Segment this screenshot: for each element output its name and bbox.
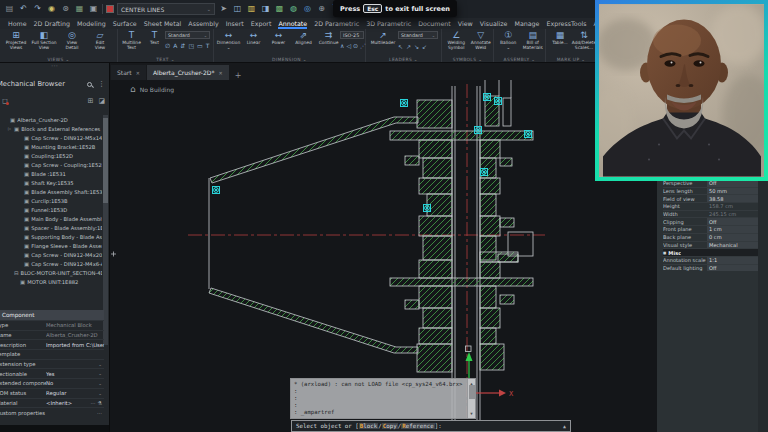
command-option[interactable]: / Copy (378, 423, 397, 429)
ribbon-tab[interactable]: Surface (113, 18, 137, 29)
toolbar-icon[interactable]: ↶ (18, 5, 29, 13)
ribbon-small-icon[interactable]: ↙ (422, 43, 427, 50)
property-row[interactable]: Name Alberta_Crusher-2D ⋯ ⚗ ⌄ (0, 330, 104, 340)
expand-all-icon[interactable]: ⊞ (88, 97, 94, 105)
toolbar-icon[interactable]: ▩ (274, 5, 285, 13)
new-tab-button[interactable]: + (230, 71, 247, 80)
ribbon-tab[interactable]: View (458, 18, 473, 29)
ribbon-item[interactable]: T Multiline Text (120, 30, 143, 50)
ribbon-item[interactable]: ⇉ Continue (316, 30, 341, 45)
ribbon-tab[interactable]: Assembly (188, 18, 218, 29)
toolbar-icon[interactable]: ➤ (218, 5, 229, 13)
toolbar-icon[interactable]: ⊕ (316, 5, 327, 13)
ribbon-item[interactable]: ▤ Bill of Materials (521, 30, 546, 50)
scroll-down-icon[interactable]: ▼ (468, 410, 475, 417)
toolbar-icon[interactable]: ◨ (260, 5, 271, 13)
ellipsis-button[interactable]: ⋯ (97, 410, 102, 416)
property-row[interactable]: Visual style Mechanical (663, 241, 758, 249)
tree-item[interactable]: ▣ Funnel:1E53D (2, 205, 102, 214)
tree-item[interactable]: ⊟ BLOC-MOTOR-UNIT_SECTION-4D:1 (2, 268, 102, 277)
ribbon-group-label[interactable]: DIMENSION ⌄ (214, 57, 365, 62)
search-icon[interactable] (87, 82, 92, 87)
property-row[interactable]: Lens length 50 mm (663, 187, 758, 195)
tree-item[interactable]: ▣ Cap Screw - DIN912-M4x20-A4:1E54B (2, 250, 102, 259)
toolbar-icon[interactable]: ◫ (232, 5, 243, 13)
ribbon-small-icon[interactable]: ⇵ (180, 42, 185, 49)
panel-drag-handle[interactable]: ⋯ (0, 63, 109, 69)
tree-item[interactable]: ▣ Cap Screw - DIN912-M5x14-A4:1E527 (2, 133, 102, 142)
toolbar-icon[interactable]: ▥ (246, 5, 257, 13)
tree-item[interactable]: ▣ Mounting Bracket:1E52B (2, 142, 102, 151)
property-row[interactable]: Misc (663, 248, 758, 256)
ribbon-item[interactable]: ∠ Welding Symbol (444, 30, 469, 50)
tree-item[interactable]: ▣ Supporting Body - Blade Assembly:1E545 (2, 232, 102, 241)
ribbon-tab[interactable]: Document (418, 18, 451, 29)
ribbon-item[interactable]: ↔ Dimension ⌄ (216, 30, 241, 50)
ribbon-small-icon[interactable]: ⊙ (353, 42, 358, 49)
ribbon-item[interactable]: ⇗ Aligned (291, 30, 316, 45)
property-row[interactable]: Sectionable Yes ⋯ ⚗ ⌄ (0, 368, 104, 378)
ribbon-item[interactable]: ▱ Edit View (86, 30, 114, 50)
command-option[interactable]: / Reference (398, 423, 435, 429)
toolbar-icon[interactable]: ↷ (32, 5, 43, 13)
ribbon-small-icon[interactable]: A (173, 42, 177, 49)
expander-icon[interactable]: ▷ (8, 126, 12, 131)
ribbon-item[interactable]: ↔ Power (266, 30, 291, 45)
dimension-style-select[interactable]: ISO-25 (340, 31, 364, 39)
tree-item[interactable]: ▣ Main Body - Blade Assembly:1E53F (2, 214, 102, 223)
toolbar-icon[interactable]: ▤ (4, 5, 15, 13)
leader-style-select[interactable]: Standard ⌄ (398, 31, 438, 39)
toolbar-icon[interactable]: ◎ (302, 5, 313, 13)
ribbon-tab[interactable]: Annotate (278, 18, 307, 29)
command-option[interactable]: Block (359, 423, 378, 429)
kebab-menu-icon[interactable]: ⋮ (98, 80, 105, 88)
ribbon-tab[interactable]: Modeling (77, 18, 106, 29)
ribbon-small-icon[interactable]: ◳ (188, 42, 194, 49)
close-icon[interactable]: ✕ (136, 70, 140, 76)
tree-item[interactable]: ▷ ▣ Block and External References (2, 124, 102, 133)
filter-icon[interactable]: ◻ (2, 97, 9, 105)
ribbon-group-label[interactable]: LEADERS ⌄ (366, 57, 441, 62)
chevron-down-icon[interactable]: ⌄ (98, 391, 102, 396)
ribbon-tab[interactable]: Home (8, 18, 27, 29)
ribbon-group-label[interactable]: TEXT ⌄ (118, 57, 213, 62)
toolbar-icon[interactable]: ◉ (46, 5, 57, 13)
command-scrollbar[interactable]: ▲ ▼ (467, 379, 475, 418)
ribbon-item[interactable]: ⇅ Add/Delete Scales... (572, 30, 596, 50)
property-row[interactable]: Annotation scale 1:1 (663, 256, 758, 264)
ellipsis-button[interactable]: ⋯ (91, 400, 96, 406)
property-row[interactable]: Type Mechanical Block ⋯ ⚗ ⌄ (0, 320, 104, 330)
ribbon-tab[interactable]: Export (251, 18, 272, 29)
close-icon[interactable]: ✕ (218, 70, 222, 76)
scroll-thumb[interactable] (103, 118, 108, 203)
tab-drawing[interactable]: Alberta_Crusher-2D* ✕ (147, 65, 229, 80)
ribbon-tab[interactable]: 3D Parametric (366, 18, 411, 29)
property-row[interactable]: Back plane 0 cm (663, 233, 758, 241)
property-row[interactable]: Custom properties ⋯ ⚗ ⌄ (0, 407, 104, 417)
tree-item[interactable]: ▣ Blade Assembly Shaft:1E537 (2, 187, 102, 196)
ribbon-item[interactable]: T Text (143, 30, 166, 45)
ribbon-tab[interactable]: 2D Parametric (314, 18, 359, 29)
chevron-down-icon[interactable]: ⌄ (98, 381, 102, 386)
ribbon-item[interactable]: ◧ Full Section View (30, 30, 58, 50)
toolbar-icon[interactable]: ⊛ (60, 5, 71, 13)
command-input-bar[interactable]: Select object or [ Block / Copy / Refere… (291, 420, 571, 432)
ribbon-small-icon[interactable]: ↗ (406, 43, 411, 50)
ribbon-tab[interactable]: Visualize (480, 18, 508, 29)
tree-item[interactable]: ▣ Spacer - Blade Assembly:1E541 (2, 223, 102, 232)
tree-item[interactable]: ▣ Cap Screw - DIN912-M4x6-A4:1E551 (2, 259, 102, 268)
ribbon-small-icon[interactable]: ▭ (197, 42, 203, 49)
tab-start[interactable]: Start ✕ (111, 65, 146, 80)
display-mode-icon[interactable]: ◪ (98, 97, 105, 105)
tree-item[interactable]: ▣ Shaft Key:1E535 (2, 178, 102, 187)
property-row[interactable]: BOM status Regular ⋯ ⚗ ⌄ (0, 388, 104, 398)
ribbon-tab[interactable]: 2D Drafting (34, 18, 70, 29)
ribbon-group-label[interactable]: VIEWS ⌄ (0, 57, 117, 62)
ribbon-small-icon[interactable]: ↘ (414, 43, 419, 50)
ribbon-small-icon[interactable]: ∧ (340, 42, 344, 49)
ribbon-small-icon[interactable]: T (206, 42, 210, 49)
property-row[interactable]: Template ⋯ ⚗ ⌄ (0, 349, 104, 359)
property-row[interactable]: Height 158.7 cm (663, 202, 758, 210)
text-style-select[interactable]: Standard ⌄ (165, 31, 210, 39)
command-history-window[interactable]: * (arxload) : can not LOAD file <cp_sys2… (290, 378, 476, 419)
